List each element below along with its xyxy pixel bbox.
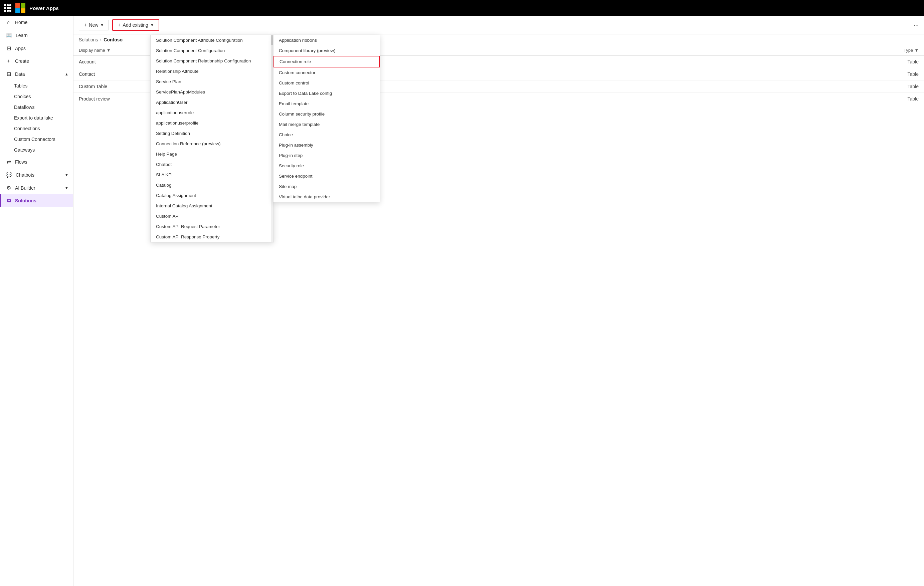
dropdown-right-item[interactable]: Application ribbons [274,35,380,45]
more-button[interactable]: ··· [914,22,919,29]
main-area: + New ▼ + Add existing ▼ ··· Solutions ›… [73,16,924,586]
dropdown-left-item[interactable]: Catalog Assignment [150,190,274,201]
dropdown-left-item[interactable]: Solution Component Attribute Configurati… [150,35,274,45]
dropdown-right-item[interactable]: Connection role [274,56,380,68]
breadcrumb-solutions[interactable]: Solutions [79,37,98,43]
app-title: Power Apps [30,5,59,11]
grid-menu-icon[interactable] [4,4,12,12]
sort-icon: ▼ [914,48,919,53]
col-type[interactable]: Type ▼ [879,48,919,53]
row-type: Table [879,59,919,64]
dropdown-right-item[interactable]: Export to Data Lake config [274,88,380,99]
topbar: Power Apps [0,0,924,16]
dropdown-right-item[interactable]: Component library (preview) [274,45,380,56]
sidebar-item-label: Apps [15,46,26,51]
sidebar-item-label: Export to data lake [14,115,53,121]
flows-icon: ⇄ [6,158,12,165]
create-icon: + [6,58,12,64]
sidebar-item-label: Create [15,58,29,64]
sidebar-item-gateways[interactable]: Gateways [0,145,73,155]
right-dropdown-list: Application ribbonsComponent library (pr… [274,35,380,202]
dropdown-right-item[interactable]: Security role [274,161,380,171]
sidebar-item-label: Tables [14,83,27,89]
sidebar-item-label: Dataflows [14,104,35,110]
dropdown-right-item[interactable]: Plug-in assembly [274,140,380,150]
ai-builder-icon: ⚙ [6,185,12,191]
sidebar-item-home[interactable]: ⌂ Home [0,16,73,29]
sidebar-item-label: Choices [14,94,31,99]
add-existing-button[interactable]: + Add existing ▼ [112,19,159,31]
dropdown-left-item[interactable]: Solution Component Configuration [150,45,274,56]
dropdown-right-item[interactable]: Custom connector [274,68,380,78]
dropdown-right-item[interactable]: Virtual talbe data provider [274,191,380,202]
add-existing-label: Add existing [123,22,148,28]
sidebar-item-chatbots[interactable]: 💬 Chatbots ▼ [0,168,73,181]
dropdown-left-item[interactable]: applicationuserprofile [150,118,274,128]
sidebar-item-flows[interactable]: ⇄ Flows [0,155,73,168]
data-icon: ⊟ [6,71,12,77]
dropdown-right-item[interactable]: Site map [274,181,380,191]
new-label: New [89,22,98,28]
dropdown-right-item[interactable]: Custom control [274,78,380,88]
sidebar-item-label: Data [15,71,25,77]
dropdown-left-item[interactable]: Connection Reference (preview) [150,139,274,149]
plus-icon: + [117,22,120,28]
sidebar-item-label: Gateways [14,147,35,153]
sidebar-item-create[interactable]: + Create [0,55,73,68]
dropdown-left-item[interactable]: Chatbot [150,159,274,170]
dropdown-left-item[interactable]: Relationship Attribute [150,66,274,76]
sidebar-item-ai-builder[interactable]: ⚙ AI Builder ▼ [0,181,73,194]
breadcrumb-current: Contoso [104,37,122,43]
dropdown-left-item[interactable]: Setting Definition [150,128,274,139]
dropdown-left-item[interactable]: Catalog [150,180,274,190]
dropdown-left-item[interactable]: Solution Component Relationship Configur… [150,56,274,66]
sidebar-item-export-data-lake[interactable]: Export to data lake [0,112,73,123]
dropdown-right-item[interactable]: Mail merge template [274,119,380,130]
sidebar-item-label: Solutions [15,198,36,203]
sidebar-item-custom-connectors[interactable]: Custom Connectors [0,134,73,145]
home-icon: ⌂ [6,19,12,25]
dropdown-left-item[interactable]: Custom API Request Parameter [150,221,274,232]
new-button[interactable]: + New ▼ [79,20,109,30]
dropdown-left-item[interactable]: Help Page [150,149,274,159]
microsoft-logo [15,3,25,13]
dropdown-right-item[interactable]: Plug-in step [274,150,380,161]
sidebar-item-learn[interactable]: 📖 Learn [0,29,73,42]
row-type: Table [879,96,919,102]
dropdown-left-item[interactable]: Custom API [150,211,274,221]
sidebar-item-data[interactable]: ⊟ Data ▲ [0,68,73,81]
breadcrumb-separator: › [100,37,102,43]
dropdown-left-item[interactable]: applicationuserrole [150,107,274,118]
sort-icon: ▼ [107,48,111,53]
sidebar-item-label: Learn [16,33,28,38]
dropdown-left-item[interactable]: ApplicationUser [150,97,274,107]
dropdown-right-item[interactable]: Column security profile [274,109,380,119]
sidebar-item-label: Home [15,20,27,25]
sidebar: ⌂ Home 📖 Learn ⊞ Apps + Create ⊟ Data ▲ … [0,16,73,586]
sidebar-item-label: Chatbots [16,172,35,178]
chevron-down-icon: ▼ [65,186,68,190]
sidebar-item-dataflows[interactable]: Dataflows [0,102,73,112]
dropdown-left-item[interactable]: ServicePlanAppModules [150,87,274,97]
chevron-up-icon: ▲ [65,72,68,76]
dropdown-left-item[interactable]: SLA KPI [150,170,274,180]
dropdown-left-item[interactable]: Service Plan [150,76,274,87]
row-type: Table [879,84,919,89]
chevron-down-icon: ▼ [100,23,104,27]
chevron-down-icon: ▼ [65,173,68,177]
sidebar-item-apps[interactable]: ⊞ Apps [0,42,73,55]
sidebar-item-solutions[interactable]: ⧉ Solutions [0,194,73,207]
sidebar-item-tables[interactable]: Tables [0,81,73,91]
sidebar-item-label: Connections [14,126,40,131]
sidebar-item-connections[interactable]: Connections [0,123,73,134]
dropdown-right: Application ribbonsComponent library (pr… [273,35,380,202]
dropdown-right-item[interactable]: Email template [274,99,380,109]
learn-icon: 📖 [6,32,12,38]
dropdown-right-item[interactable]: Service endpoint [274,171,380,181]
dropdown-left-item[interactable]: Internal Catalog Assignment [150,201,274,211]
dropdown-left-item[interactable]: Custom API Response Property [150,232,274,242]
chatbots-icon: 💬 [6,172,12,178]
sidebar-item-choices[interactable]: Choices [0,91,73,102]
dropdown-right-item[interactable]: Choice [274,130,380,140]
plus-icon: + [84,22,87,28]
